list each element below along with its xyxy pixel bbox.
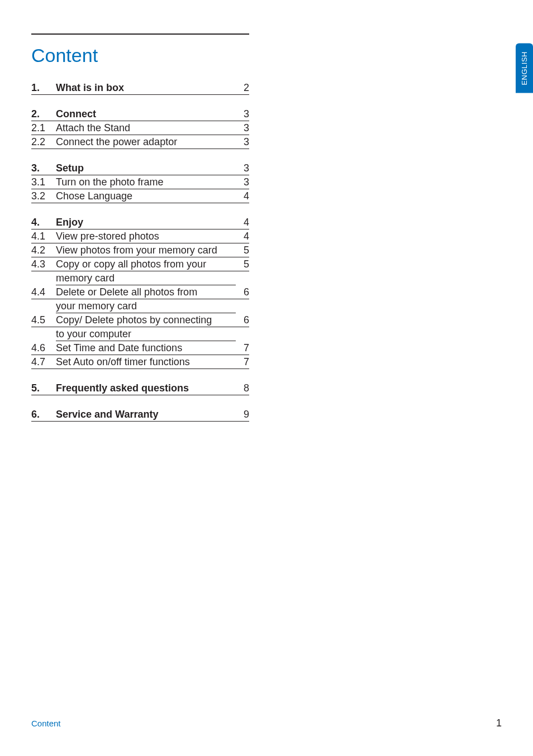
toc-num: 4.3 [31,257,56,271]
toc-num: 4.2 [31,243,56,257]
toc-page: 3 [236,161,249,175]
toc-num: 4.6 [31,341,56,355]
toc-page: 3 [236,121,249,135]
toc-item: 3.2Chose Language4 [31,189,249,203]
toc-section: 1.What is in box2 [31,81,249,95]
toc-item: 3.1Turn on the photo frame3 [31,175,249,189]
toc-page-empty [236,272,249,285]
toc-num: 4. [31,216,56,229]
toc-title: View photos from your memory card [56,243,236,257]
toc-title: Set Auto on/off timer functions [56,355,236,369]
page: Content 1.What is in box22.Connect32.1At… [0,0,533,756]
toc-title: Service and Warranty [56,408,236,422]
toc-section-head: 3.Setup3 [31,161,249,175]
toc-section: 5.Frequently asked questions8 [31,381,249,395]
toc-section: 2.Connect32.1Attach the Stand32.2Connect… [31,107,249,149]
toc-item: 4.5Copy/ Delete photos by connecting6 [31,313,249,327]
toc-item-continuation: your memory card [31,299,249,313]
toc-page: 5 [236,243,249,257]
toc-title: What is in box [56,81,236,95]
toc-num-empty [31,328,56,341]
toc-num: 3.2 [31,189,56,203]
page-title: Content [31,45,502,66]
toc-section-head: 2.Connect3 [31,107,249,121]
toc-page: 7 [236,341,249,355]
toc-page: 7 [236,355,249,369]
language-tab: ENGLISH [516,44,533,93]
toc-section-head: 4.Enjoy4 [31,216,249,229]
toc-page: 4 [236,229,249,243]
toc-title: Enjoy [56,216,236,229]
toc-num: 2.1 [31,121,56,135]
toc-page: 6 [236,285,249,299]
top-rule [31,34,249,35]
toc-page: 9 [236,408,249,422]
toc-page: 3 [236,107,249,121]
toc-title: Setup [56,161,236,175]
toc-title-cont: your memory card [56,299,236,313]
toc-page-empty [236,300,249,313]
footer-page-number: 1 [496,717,502,729]
toc-title: Chose Language [56,189,236,203]
toc-title-cont: to your computer [56,327,236,341]
toc-title-cont: memory card [56,271,236,285]
footer-label: Content [31,719,61,728]
toc-num-empty [31,300,56,313]
toc-page-empty [236,328,249,341]
toc-item: 4.7Set Auto on/off timer functions7 [31,355,249,369]
toc-title: Set Time and Date functions [56,341,236,355]
toc-num: 3.1 [31,175,56,189]
toc-num: 2.2 [31,135,56,149]
toc-section: 3.Setup33.1Turn on the photo frame33.2Ch… [31,161,249,203]
toc-num: 3. [31,161,56,175]
toc-page: 6 [236,313,249,327]
toc-section-head: 1.What is in box2 [31,81,249,95]
toc-item: 4.3Copy or copy all photos from your5 [31,257,249,271]
toc-title: Delete or Delete all photos from [56,285,236,299]
footer: Content 1 [31,717,502,729]
toc-title: Attach the Stand [56,121,236,135]
toc-title: Connect [56,107,236,121]
toc-page: 3 [236,175,249,189]
toc-item: 4.4Delete or Delete all photos from6 [31,285,249,299]
toc-item: 4.1View pre-stored photos4 [31,229,249,243]
toc-num: 5. [31,381,56,395]
table-of-contents: 1.What is in box22.Connect32.1Attach the… [31,81,249,422]
toc-title: Copy/ Delete photos by connecting [56,313,236,327]
toc-num: 2. [31,107,56,121]
toc-num: 4.7 [31,355,56,369]
toc-section-head: 5.Frequently asked questions8 [31,381,249,395]
toc-item: 2.1Attach the Stand3 [31,121,249,135]
toc-num: 1. [31,81,56,95]
toc-page: 4 [236,216,249,229]
toc-item: 4.2View photos from your memory card5 [31,243,249,257]
toc-item-continuation: memory card [31,271,249,285]
toc-num: 6. [31,408,56,422]
toc-item: 2.2Connect the power adaptor3 [31,135,249,149]
toc-num: 4.4 [31,285,56,299]
toc-title: Connect the power adaptor [56,135,236,149]
toc-section-head: 6.Service and Warranty9 [31,408,249,422]
toc-section: 6.Service and Warranty9 [31,408,249,422]
toc-title: Turn on the photo frame [56,175,236,189]
toc-title: Copy or copy all photos from your [56,257,236,271]
toc-section: 4.Enjoy44.1View pre-stored photos44.2Vie… [31,216,249,369]
toc-title: View pre-stored photos [56,229,236,243]
toc-page: 8 [236,381,249,395]
toc-item: 4.6Set Time and Date functions7 [31,341,249,355]
toc-num: 4.1 [31,229,56,243]
toc-page: 3 [236,135,249,149]
toc-num-empty [31,272,56,285]
toc-page: 2 [236,81,249,95]
toc-page: 5 [236,257,249,271]
toc-num: 4.5 [31,313,56,327]
toc-title: Frequently asked questions [56,381,236,395]
toc-page: 4 [236,189,249,203]
toc-item-continuation: to your computer [31,327,249,341]
